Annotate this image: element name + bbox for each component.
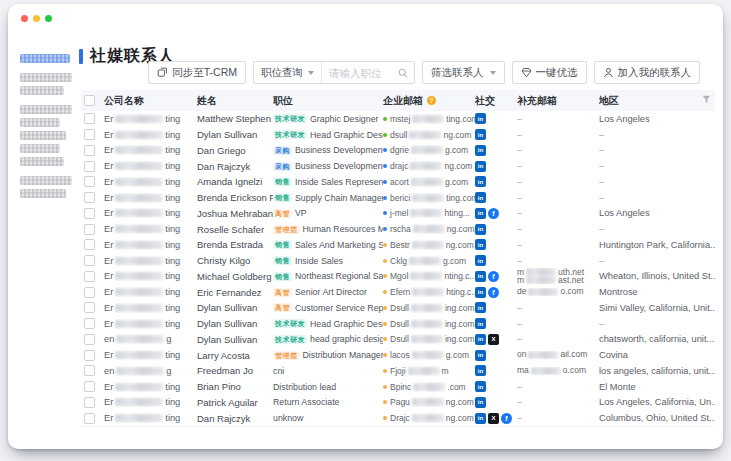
name-cell: Dan Rajczyk bbox=[197, 413, 273, 424]
row-checkbox[interactable] bbox=[84, 208, 95, 219]
table-row[interactable]: ErtingBrenda Estrada销售Sales And Marketin… bbox=[81, 237, 715, 253]
linkedin-icon[interactable]: in bbox=[475, 350, 486, 361]
row-checkbox[interactable] bbox=[84, 271, 95, 282]
linkedin-icon[interactable]: in bbox=[475, 176, 486, 187]
maximize-window-icon[interactable] bbox=[45, 15, 52, 22]
table-row[interactable]: ErtingJoshua Mehraban高管VPj-melhting...in… bbox=[81, 206, 715, 222]
table-row[interactable]: ErtingMichael Goldberg销售Northeast Region… bbox=[81, 269, 715, 285]
redacted-text bbox=[413, 383, 445, 391]
linkedin-icon[interactable]: in bbox=[475, 161, 486, 172]
table-row[interactable]: ErtingAmanda Ignelzi销售Inside Sales Repre… bbox=[81, 174, 715, 190]
linkedin-icon[interactable]: in bbox=[475, 318, 486, 329]
sidebar-item-redacted[interactable] bbox=[20, 86, 64, 95]
one-click-optimize-button[interactable]: 一键优选 bbox=[512, 61, 587, 84]
sidebar-item-redacted[interactable] bbox=[20, 118, 60, 127]
sidebar-item-redacted[interactable] bbox=[20, 189, 66, 198]
sidebar-item-redacted[interactable] bbox=[20, 105, 72, 114]
select-all-checkbox[interactable] bbox=[84, 95, 95, 106]
table-row[interactable]: ErtingLarry Acosta管理层Distribution Manage… bbox=[81, 347, 715, 363]
sidebar-item-redacted[interactable] bbox=[20, 54, 70, 63]
row-checkbox[interactable] bbox=[84, 224, 95, 235]
row-checkbox[interactable] bbox=[84, 365, 95, 376]
sidebar-item-redacted[interactable] bbox=[20, 157, 64, 166]
sync-to-tcrm-button[interactable]: 同步至T-CRM bbox=[148, 61, 246, 84]
row-checkbox[interactable] bbox=[84, 192, 95, 203]
linkedin-icon[interactable]: in bbox=[475, 334, 486, 345]
linkedin-icon[interactable]: in bbox=[475, 113, 486, 124]
facebook-icon[interactable]: f bbox=[488, 287, 499, 298]
row-checkbox[interactable] bbox=[84, 255, 95, 266]
row-checkbox[interactable] bbox=[84, 318, 95, 329]
sidebar-item-redacted[interactable] bbox=[20, 131, 66, 140]
email-status-dot bbox=[383, 148, 387, 152]
linkedin-icon[interactable]: in bbox=[475, 208, 486, 219]
table-row[interactable]: ErtingDylan Sullivan技术研发Head Graphic Des… bbox=[81, 127, 715, 143]
table-row[interactable]: ErtingPatrick AguilarReturn AssociatePag… bbox=[81, 395, 715, 411]
sidebar-item-redacted[interactable] bbox=[20, 176, 72, 185]
row-checkbox[interactable] bbox=[84, 239, 95, 250]
row-checkbox[interactable] bbox=[84, 381, 95, 392]
minimize-window-icon[interactable] bbox=[33, 15, 40, 22]
row-select-cell bbox=[81, 161, 104, 172]
sidebar-item-redacted[interactable] bbox=[20, 144, 60, 153]
table-row[interactable]: ErtingDan Griego采购Business Development .… bbox=[81, 143, 715, 159]
linkedin-icon[interactable]: in bbox=[475, 397, 486, 408]
facebook-icon[interactable]: f bbox=[488, 208, 499, 219]
email-status-dot bbox=[383, 306, 387, 310]
linkedin-icon[interactable]: in bbox=[475, 302, 486, 313]
email-cell: dsullng.com bbox=[383, 130, 475, 140]
row-checkbox[interactable] bbox=[84, 413, 95, 424]
add-to-my-contacts-button[interactable]: 加入我的联系人 bbox=[594, 61, 701, 84]
row-checkbox[interactable] bbox=[84, 129, 95, 140]
row-checkbox[interactable] bbox=[84, 145, 95, 156]
table-row[interactable]: engDylan Sullivan技术研发head graphic design… bbox=[81, 332, 715, 348]
facebook-icon[interactable]: f bbox=[488, 271, 499, 282]
position-search-input[interactable] bbox=[322, 67, 398, 79]
filter-contacts-dropdown[interactable]: 筛选联系人 bbox=[422, 61, 505, 84]
company-cell: Erting bbox=[104, 240, 197, 250]
table-row[interactable]: ErtingBrian PinoDistribution leadBpinc.c… bbox=[81, 379, 715, 395]
facebook-icon[interactable]: f bbox=[501, 413, 512, 424]
table-row[interactable]: ErtingDylan Sullivan技术研发Head Graphic Des… bbox=[81, 316, 715, 332]
row-checkbox[interactable] bbox=[84, 161, 95, 172]
x-icon[interactable]: X bbox=[488, 334, 499, 345]
name-cell: Brian Pino bbox=[197, 381, 273, 392]
linkedin-icon[interactable]: in bbox=[475, 129, 486, 140]
linkedin-icon[interactable]: in bbox=[475, 224, 486, 235]
row-select-cell bbox=[81, 271, 104, 282]
linkedin-icon[interactable]: in bbox=[475, 287, 486, 298]
close-window-icon[interactable] bbox=[21, 15, 28, 22]
table-row[interactable]: ErtingDylan Sullivan高管Customer Service R… bbox=[81, 300, 715, 316]
table-row[interactable]: ErtingMatthew Stephen技术研发Graphic Designe… bbox=[81, 111, 715, 127]
table-row[interactable]: ErtingDan Rajczyk采购Business Development … bbox=[81, 158, 715, 174]
row-checkbox[interactable] bbox=[84, 287, 95, 298]
linkedin-icon[interactable]: in bbox=[475, 365, 486, 376]
table-row[interactable]: engFreedman JocniFjojiminmao.comlos ange… bbox=[81, 363, 715, 379]
table-row[interactable]: ErtingBrenda Erickson Pe销售Supply Chain M… bbox=[81, 190, 715, 206]
search-icon[interactable] bbox=[398, 68, 414, 78]
email-status-dot bbox=[383, 133, 387, 137]
person-icon bbox=[603, 67, 614, 78]
row-checkbox[interactable] bbox=[84, 397, 95, 408]
table-row[interactable]: ErtingEric Fernandez高管Senior Art Directo… bbox=[81, 284, 715, 300]
linkedin-icon[interactable]: in bbox=[475, 192, 486, 203]
row-checkbox[interactable] bbox=[84, 113, 95, 124]
row-checkbox[interactable] bbox=[84, 176, 95, 187]
row-checkbox[interactable] bbox=[84, 350, 95, 361]
filter-funnel-icon[interactable] bbox=[702, 95, 711, 106]
linkedin-icon[interactable]: in bbox=[475, 255, 486, 266]
coin-credit-icon[interactable]: ? bbox=[427, 96, 436, 105]
row-checkbox[interactable] bbox=[84, 302, 95, 313]
sidebar-item-redacted[interactable] bbox=[20, 73, 72, 82]
linkedin-icon[interactable]: in bbox=[475, 271, 486, 282]
row-checkbox[interactable] bbox=[84, 334, 95, 345]
position-query-dropdown[interactable]: 职位查询 bbox=[254, 62, 321, 83]
table-row[interactable]: ErtingChristy Kilgo销售Inside SalesCklgg.c… bbox=[81, 253, 715, 269]
linkedin-icon[interactable]: in bbox=[475, 413, 486, 424]
x-icon[interactable]: X bbox=[488, 413, 499, 424]
table-row[interactable]: ErtingRoselle Schafer管理层Human Resources … bbox=[81, 221, 715, 237]
linkedin-icon[interactable]: in bbox=[475, 381, 486, 392]
table-row[interactable]: ErtingDan RajczykunknowDrajcng.cominXf–C… bbox=[81, 410, 715, 426]
linkedin-icon[interactable]: in bbox=[475, 239, 486, 250]
linkedin-icon[interactable]: in bbox=[475, 145, 486, 156]
